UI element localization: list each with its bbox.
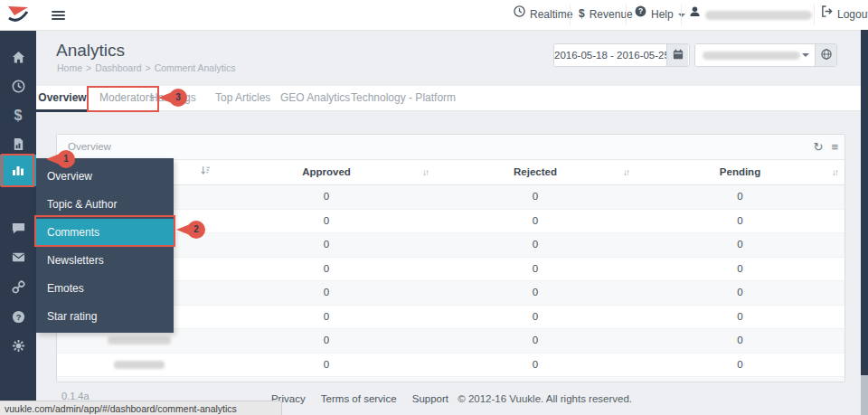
sidebar-nav: $ ? [0, 30, 36, 415]
logout-icon [821, 0, 833, 29]
table-row[interactable]: 000 [57, 281, 844, 306]
dollar-icon: $ [579, 0, 585, 29]
page-title: Analytics [56, 41, 125, 61]
sidebar-item-newsletters[interactable] [0, 242, 36, 273]
scrollbar-thumb[interactable] [861, 30, 868, 375]
browser-status-bar: vuukle.com/admin/app/#/dashboard/comment… [0, 401, 282, 415]
cell-approved: 0 [218, 210, 435, 233]
breadcrumb-current: Comment Analytics [155, 62, 236, 73]
date-range-input[interactable] [554, 44, 666, 66]
tab-overview[interactable]: Overview [36, 86, 89, 112]
sort-icon[interactable]: ↓↑ [623, 160, 628, 184]
flyout-item-topic-author[interactable]: Topic & Author [36, 191, 174, 219]
chevron-down-icon [802, 53, 809, 57]
tab-geo-analytics[interactable]: GEO Analytics [280, 86, 350, 109]
tab-top-articles[interactable]: Top Articles [215, 86, 270, 109]
flyout-item-comments[interactable]: Comments [36, 219, 174, 247]
calendar-icon [673, 47, 684, 63]
cell-pending: 0 [636, 258, 844, 281]
table-row[interactable]: 000 [57, 233, 844, 258]
table-row[interactable]: 000 [57, 258, 844, 282]
flyout-item-newsletters[interactable]: Newsletters [36, 247, 174, 275]
divider [626, 5, 627, 25]
vuukle-logo[interactable] [6, 3, 30, 26]
revenue-button[interactable]: $Revenue [579, 0, 633, 30]
cell-rejected: 0 [435, 210, 636, 233]
table-row[interactable]: 000 [57, 210, 844, 234]
table-row[interactable]: 000 [57, 354, 844, 378]
breadcrumb-dashboard[interactable]: Dashboard [95, 62, 141, 73]
cell-rejected: 0 [435, 185, 636, 209]
date-range-group [553, 43, 690, 67]
chat-icon [12, 222, 25, 238]
svg-text:?: ? [638, 7, 643, 16]
breadcrumb: Home>Dashboard>Comment Analytics [57, 62, 236, 73]
dollar-icon: $ [14, 108, 23, 123]
annotation-arrow-2: 2 [176, 221, 207, 239]
sidebar-item-home[interactable] [0, 42, 36, 73]
cell-approved: 0 [218, 329, 435, 353]
sort-amount-icon[interactable] [201, 160, 211, 184]
page-scrollbar[interactable] [861, 30, 868, 415]
hamburger-icon[interactable] [52, 11, 65, 21]
terms-link[interactable]: Terms of service [321, 393, 397, 404]
sidebar-item-revenue[interactable]: $ [0, 100, 36, 131]
link-icon [12, 281, 25, 297]
flyout-item-star-rating[interactable]: Star rating [36, 303, 174, 331]
realtime-label: Realtime [530, 8, 572, 21]
divider [570, 5, 571, 25]
sidebar-item-settings[interactable] [0, 331, 36, 362]
panel-header: Overview ↻≡ [57, 135, 844, 160]
flyout-item-emotes[interactable]: Emotes [36, 275, 174, 303]
cell-pending: 0 [636, 329, 844, 353]
breadcrumb-home[interactable]: Home [57, 62, 82, 73]
question-icon: ? [635, 0, 646, 29]
help-menu[interactable]: ? Help [635, 0, 685, 30]
divider [681, 5, 682, 25]
user-icon [689, 0, 701, 29]
tab-moderators[interactable]: Moderators [99, 86, 155, 109]
cell-pending: 0 [636, 210, 844, 233]
help-label: Help [651, 8, 674, 21]
user-account[interactable] [689, 0, 812, 30]
sidebar-item-help[interactable]: ? [0, 302, 36, 333]
globe-button[interactable] [815, 44, 836, 66]
cell-pending: 0 [636, 233, 844, 257]
logout-button[interactable]: Logout [821, 0, 868, 30]
globe-icon [821, 47, 832, 63]
cell-rejected: 0 [435, 329, 636, 353]
column-header-rejected[interactable]: Rejected↓↑ [435, 160, 636, 184]
top-bar: Realtime $Revenue ? Help Logout [0, 0, 868, 31]
calendar-button[interactable] [666, 44, 688, 66]
redacted-date-blob [108, 336, 171, 344]
sidebar-item-history[interactable] [0, 71, 36, 102]
column-header-approved[interactable]: Approved↓↑ [218, 160, 435, 184]
analytics-flyout-menu: Overview Topic & Author Comments Newslet… [36, 158, 174, 333]
refresh-icon[interactable]: ↻ [814, 140, 824, 154]
list-icon[interactable]: ≡ [831, 140, 837, 154]
cell-pending: 0 [636, 306, 844, 329]
bar-chart-icon [11, 165, 25, 180]
site-select[interactable] [695, 44, 815, 66]
table-header-row: Approved↓↑ Rejected↓↑ Pending↓↑ [57, 160, 844, 185]
envelope-icon [12, 251, 25, 267]
tab-technology-platform[interactable]: Technology - Platform [351, 86, 456, 109]
divider [814, 5, 815, 25]
site-name-redacted [703, 52, 800, 60]
table-row[interactable]: 000 [57, 306, 844, 330]
logout-label: Logout [837, 8, 868, 21]
support-link[interactable]: Support [412, 393, 448, 404]
sort-icon[interactable]: ↓↑ [832, 160, 837, 184]
report-icon [12, 138, 25, 154]
table-row[interactable]: 000 [57, 185, 844, 210]
table-row[interactable]: 000 [57, 329, 844, 354]
sidebar-item-analytics[interactable] [0, 155, 36, 186]
sort-icon[interactable]: ↓↑ [422, 160, 428, 184]
column-header-pending[interactable]: Pending↓↑ [636, 160, 844, 184]
cell-pending: 0 [636, 185, 844, 209]
cell-rejected: 0 [435, 354, 636, 377]
sidebar-item-comments[interactable] [0, 213, 36, 244]
realtime-button[interactable]: Realtime [514, 0, 572, 30]
cell-rejected: 0 [435, 258, 636, 281]
sidebar-item-links[interactable] [0, 272, 36, 303]
